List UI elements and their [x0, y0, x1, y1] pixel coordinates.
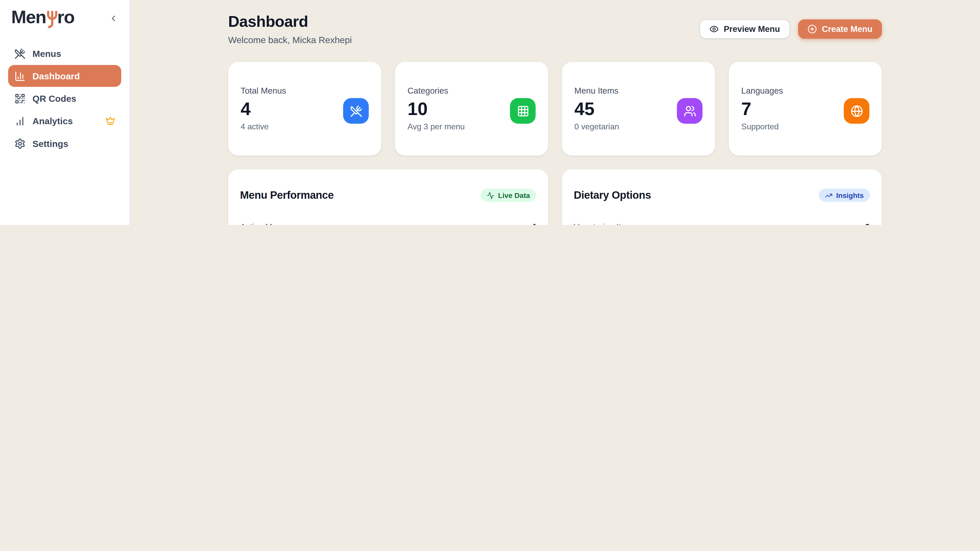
premium-crown-icon	[106, 116, 115, 126]
chevron-left-icon	[109, 14, 118, 23]
stat-value: 45	[574, 100, 619, 118]
stat-row: Vegetarian Items 0	[574, 217, 870, 225]
sidebar-item-menus[interactable]: Menus	[8, 43, 121, 65]
page-header: Dashboard Welcome back, Micka Rexhepi Pr…	[228, 13, 882, 45]
trending-up-icon	[825, 192, 832, 199]
sidebar-item-label: Analytics	[32, 116, 73, 126]
app-logo: Menro	[11, 8, 74, 29]
grid-icon	[510, 98, 535, 124]
stat-label: Categories	[407, 86, 465, 96]
stat-card-total-menus: Total Menus 4 4 active	[228, 62, 381, 156]
dietary-options-panel: Dietary Options Insights Vegetarian Item…	[562, 169, 882, 225]
sidebar: Menro Menus Dashboard QR Codes Analytics	[0, 0, 130, 225]
stat-card-menu-items: Menu Items 45 0 vegetarian	[562, 62, 715, 156]
welcome-subtitle: Welcome back, Micka Rexhepi	[228, 35, 352, 45]
stat-sub: 4 active	[241, 122, 286, 131]
sidebar-item-label: Dashboard	[32, 71, 80, 81]
sidebar-item-label: Settings	[32, 138, 68, 148]
plus-circle-icon	[808, 24, 817, 33]
stat-card-languages: Languages 7 Supported	[729, 62, 882, 156]
sidebar-collapse-button[interactable]	[107, 13, 119, 24]
users-icon	[677, 98, 702, 124]
chart-column-icon	[14, 70, 25, 82]
panel-title: Menu Performance	[240, 189, 334, 202]
stat-card-categories: Categories 10 Avg 3 per menu	[395, 62, 548, 156]
stat-sub: 0 vegetarian	[574, 122, 619, 131]
live-data-badge: Live Data	[480, 189, 536, 202]
logo-text-end: ro	[57, 8, 74, 26]
stats-row: Total Menus 4 4 active Categories 10 Avg…	[228, 62, 882, 156]
stat-label: Languages	[741, 86, 783, 96]
sidebar-nav: Menus Dashboard QR Codes Analytics Setti…	[0, 43, 129, 154]
stat-value: 7	[741, 100, 783, 118]
eye-icon	[709, 24, 719, 33]
globe-icon	[844, 98, 869, 124]
sidebar-item-label: QR Codes	[32, 94, 76, 103]
page-title: Dashboard	[228, 13, 352, 30]
utensils-crossed-icon	[14, 48, 25, 59]
panel-title: Dietary Options	[574, 189, 651, 202]
stat-label: Menu Items	[574, 86, 619, 96]
logo-text-start: Men	[11, 8, 46, 26]
insights-badge[interactable]: Insights	[819, 189, 870, 202]
sidebar-item-settings[interactable]: Settings	[8, 132, 121, 154]
panels-row: Menu Performance Live Data Active Menus …	[228, 169, 882, 225]
qr-code-icon	[14, 93, 25, 104]
bar-chart-icon	[14, 115, 25, 127]
sidebar-item-analytics[interactable]: Analytics	[8, 110, 121, 132]
fork-logo-icon	[45, 10, 59, 29]
main-area: Dashboard Welcome back, Micka Rexhepi Pr…	[130, 0, 980, 225]
activity-icon	[487, 192, 494, 199]
stat-sub: Avg 3 per menu	[407, 122, 465, 131]
sidebar-header: Menro	[0, 0, 129, 34]
app-root: Menro Menus Dashboard QR Codes Analytics	[0, 0, 980, 225]
stat-value: 10	[407, 100, 465, 118]
stat-sub: Supported	[741, 122, 783, 131]
sidebar-item-qr-codes[interactable]: QR Codes	[8, 87, 121, 110]
menu-performance-panel: Menu Performance Live Data Active Menus …	[228, 169, 548, 225]
gear-icon	[14, 138, 25, 149]
stat-value: 4	[241, 100, 286, 118]
utensils-crossed-icon	[343, 98, 369, 124]
sidebar-item-label: Menus	[32, 48, 61, 59]
stat-row: Active Menus 4	[240, 217, 536, 225]
create-menu-button[interactable]: Create Menu	[798, 19, 882, 38]
sidebar-item-dashboard[interactable]: Dashboard	[8, 65, 121, 87]
preview-menu-button[interactable]: Preview Menu	[699, 19, 790, 38]
stat-label: Total Menus	[241, 86, 286, 96]
